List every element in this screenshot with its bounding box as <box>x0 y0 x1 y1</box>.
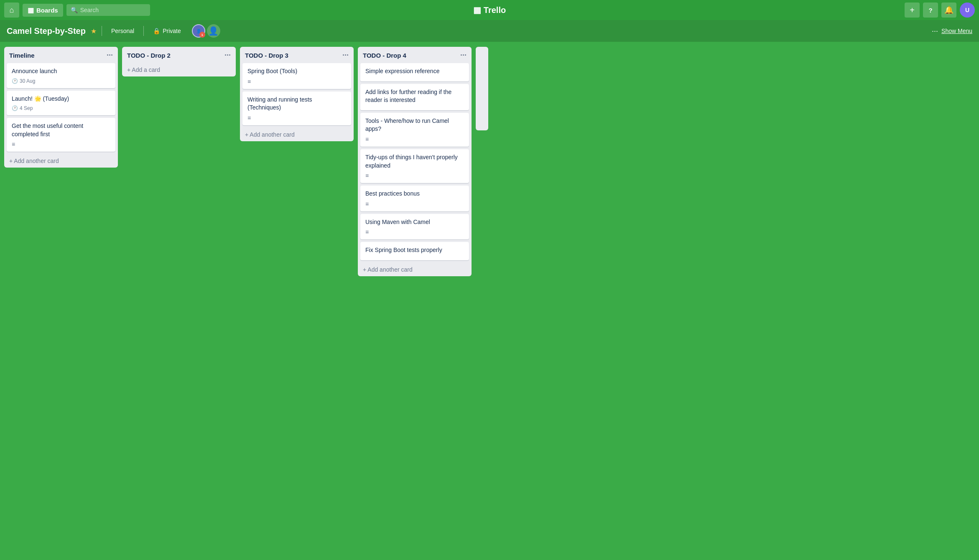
card-c4[interactable]: Spring Boot (Tools)≡ <box>242 63 351 89</box>
column-menu-todo-drop2[interactable]: ··· <box>224 51 231 60</box>
logo-text: Trello <box>484 5 506 15</box>
column-todo-drop2: TODO - Drop 2···+ Add a card <box>122 47 236 76</box>
column-header-timeline: Timeline··· <box>4 47 118 63</box>
card-c1[interactable]: Announce launch🕐30 Aug <box>7 63 115 88</box>
card-desc-icon-c9: ≡ <box>365 172 464 179</box>
member-count-badge: 1 <box>199 32 205 38</box>
logo-icon: ▦ <box>473 5 481 15</box>
column-timeline: Timeline···Announce launch🕐30 AugLaunch!… <box>4 47 118 168</box>
card-desc-icon-c8: ≡ <box>365 136 464 143</box>
due-date: 30 Aug <box>20 78 35 84</box>
card-title-c6: Simple expression reference <box>365 67 464 76</box>
card-meta-c1: 🕐30 Aug <box>12 78 110 84</box>
card-desc-icon-c3: ≡ <box>12 141 110 148</box>
add-card-btn-todo-drop2[interactable]: + Add a card <box>122 63 236 76</box>
card-title-c1: Announce launch <box>12 67 110 76</box>
card-title-c9: Tidy-ups of things I haven't properly ex… <box>365 153 464 170</box>
info-icon: ? <box>928 7 932 14</box>
card-title-c4: Spring Boot (Tools) <box>247 67 346 76</box>
personal-tag[interactable]: Personal <box>107 26 138 36</box>
show-menu-button[interactable]: Show Menu <box>941 28 972 34</box>
card-c11[interactable]: Using Maven with Camel≡ <box>360 214 469 240</box>
card-title-c12: Fix Spring Boot tests properly <box>365 246 464 255</box>
add-button[interactable]: + <box>905 3 920 18</box>
card-c12[interactable]: Fix Spring Boot tests properly <box>360 242 469 260</box>
private-tag[interactable]: 🔒 Private <box>149 26 185 36</box>
card-c3[interactable]: Get the most useful content completed fi… <box>7 118 115 152</box>
column-title-timeline: Timeline <box>9 52 35 59</box>
card-title-c3: Get the most useful content completed fi… <box>12 122 110 138</box>
top-nav: ⌂ ▦ Boards 🔍 ▦ Trello + ? 🔔 U <box>0 0 979 20</box>
column-cards-todo-drop4: Simple expression referenceAdd links for… <box>358 63 472 263</box>
column-todo-drop3: TODO - Drop 3···Spring Boot (Tools)≡Writ… <box>240 47 354 141</box>
star-button[interactable]: ★ <box>91 27 97 35</box>
boards-icon: ▦ <box>28 6 34 14</box>
column-menu-timeline[interactable]: ··· <box>107 51 113 60</box>
card-title-c11: Using Maven with Camel <box>365 218 464 227</box>
column-title-todo-drop3: TODO - Drop 3 <box>245 52 288 59</box>
bell-icon: 🔔 <box>944 5 954 15</box>
column-header-todo-drop3: TODO - Drop 3··· <box>240 47 354 63</box>
boards-button[interactable]: ▦ Boards <box>23 4 63 17</box>
search-input[interactable] <box>80 7 143 13</box>
column-title-todo-drop2: TODO - Drop 2 <box>127 52 171 59</box>
board-title: Camel Step-by-Step <box>7 26 86 36</box>
more-options-icon[interactable]: ··· <box>932 27 938 36</box>
card-c5[interactable]: Writing and running tests (Techniques)≡ <box>242 92 351 125</box>
board-members: 👤 1 👤 <box>192 24 220 38</box>
column-partial <box>476 47 488 130</box>
card-c7[interactable]: Add links for further reading if the rea… <box>360 84 469 110</box>
search-bar[interactable]: 🔍 <box>66 4 150 16</box>
column-menu-todo-drop3[interactable]: ··· <box>342 51 349 60</box>
card-desc-icon-c5: ≡ <box>247 115 346 121</box>
board-header: Camel Step-by-Step ★ Personal 🔒 Private … <box>0 20 979 42</box>
column-title-todo-drop4: TODO - Drop 4 <box>363 52 406 59</box>
notifications-button[interactable]: 🔔 <box>941 3 956 18</box>
search-icon: 🔍 <box>71 7 78 13</box>
add-member-button[interactable]: 👤 <box>207 24 220 38</box>
avatar-initial: U <box>965 7 969 13</box>
column-header-todo-drop2: TODO - Drop 2··· <box>122 47 236 63</box>
card-desc-icon-c4: ≡ <box>247 78 346 85</box>
card-desc-icon-c11: ≡ <box>365 229 464 235</box>
card-due-c2: 🕐4 Sep <box>12 105 33 111</box>
card-c2[interactable]: Launch! 🌟 (Tuesday)🕐4 Sep <box>7 91 115 116</box>
personal-label: Personal <box>111 28 134 34</box>
column-menu-todo-drop4[interactable]: ··· <box>460 51 467 60</box>
header-divider <box>102 26 102 36</box>
card-due-c1: 🕐30 Aug <box>12 78 35 84</box>
boards-label: Boards <box>36 7 58 14</box>
card-title-c2: Launch! 🌟 (Tuesday) <box>12 95 110 103</box>
add-card-btn-todo-drop4[interactable]: + Add another card <box>358 263 472 276</box>
card-title-c10: Best practices bonus <box>365 190 464 198</box>
topnav-right: + ? 🔔 U <box>905 3 975 18</box>
add-card-btn-todo-drop3[interactable]: + Add another card <box>240 128 354 141</box>
card-title-c8: Tools - Where/how to run Camel apps? <box>365 117 464 133</box>
header-divider2 <box>143 26 144 36</box>
card-c10[interactable]: Best practices bonus≡ <box>360 186 469 211</box>
card-meta-c2: 🕐4 Sep <box>12 105 110 111</box>
member-avatar-1[interactable]: 👤 1 <box>192 24 205 38</box>
lock-icon: 🔒 <box>153 28 160 34</box>
card-desc-icon-c10: ≡ <box>365 201 464 207</box>
add-member-icon: 👤 <box>208 26 219 36</box>
app-logo: ▦ Trello <box>473 5 506 15</box>
column-header-todo-drop4: TODO - Drop 4··· <box>358 47 472 63</box>
card-c6[interactable]: Simple expression reference <box>360 63 469 81</box>
add-card-btn-timeline[interactable]: + Add another card <box>4 154 118 168</box>
info-button[interactable]: ? <box>923 3 938 18</box>
card-title-c7: Add links for further reading if the rea… <box>365 88 464 104</box>
card-c9[interactable]: Tidy-ups of things I haven't properly ex… <box>360 149 469 183</box>
home-button[interactable]: ⌂ <box>4 3 19 18</box>
column-cards-timeline: Announce launch🕐30 AugLaunch! 🌟 (Tuesday… <box>4 63 118 154</box>
user-avatar[interactable]: U <box>960 3 975 18</box>
clock-icon: 🕐 <box>12 78 18 84</box>
private-label: Private <box>163 28 181 34</box>
board-header-right: ··· Show Menu <box>932 27 972 36</box>
due-date: 4 Sep <box>20 105 33 111</box>
card-title-c5: Writing and running tests (Techniques) <box>247 96 346 112</box>
card-c8[interactable]: Tools - Where/how to run Camel apps?≡ <box>360 113 469 147</box>
board-content: Timeline···Announce launch🕐30 AugLaunch!… <box>0 42 979 560</box>
add-icon: + <box>910 5 915 15</box>
column-todo-drop4: TODO - Drop 4···Simple expression refere… <box>358 47 472 276</box>
